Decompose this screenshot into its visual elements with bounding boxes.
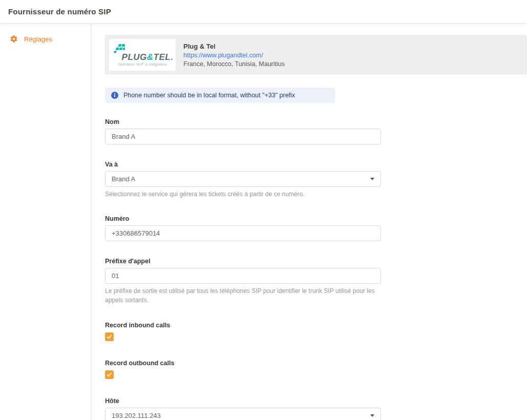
record-outbound-checkbox[interactable] (105, 370, 114, 379)
field-group-nom: Nom (105, 118, 381, 144)
provider-name: Plug & Tel (183, 43, 285, 50)
sidebar-item-reglages[interactable]: Réglages (0, 35, 91, 43)
record-outbound-label: Record outbound calls (105, 360, 381, 367)
va-a-label: Va à (105, 161, 381, 168)
checkmark-icon (107, 372, 112, 377)
field-group-record-outbound: Record outbound calls (105, 360, 381, 379)
field-group-hote: Hôte 193.202.111.243 (105, 397, 381, 420)
logo-wordmark: PLUG&TEL. (122, 53, 174, 61)
layout: Réglages PLUG&TEL. (0, 24, 527, 420)
record-inbound-checkbox[interactable] (105, 332, 114, 341)
logo-tagline: Opérateur VoIP & Intégrateur (118, 62, 167, 66)
va-a-selected-value: Brand A (112, 175, 135, 183)
field-group-numero: Numéro (105, 215, 381, 241)
provider-url-link[interactable]: https://www.plugandtel.com/ (183, 52, 285, 59)
gear-icon (10, 35, 18, 43)
provider-card: PLUG&TEL. Opérateur VoIP & Intégrateur P… (105, 35, 527, 75)
nom-label: Nom (105, 118, 381, 125)
hote-label: Hôte (105, 397, 381, 405)
plugandtel-logo: PLUG&TEL. Opérateur VoIP & Intégrateur (109, 39, 176, 71)
settings-sidebar: Réglages (0, 24, 91, 420)
info-banner: Phone number should be in local format, … (105, 88, 335, 103)
chevron-down-icon (370, 178, 374, 180)
numero-input[interactable] (105, 225, 381, 241)
va-a-help-text: Sélectionnez le service qui gérera les t… (105, 190, 381, 199)
info-icon (111, 92, 118, 99)
record-inbound-label: Record inbound calls (105, 322, 381, 329)
provider-countries: France, Morocco, Tunisia, Mauritius (183, 60, 285, 68)
page-header: Fournisseur de numéro SIP (0, 0, 527, 24)
field-group-va-a: Va à Brand A Sélectionnez le service qui… (105, 161, 381, 199)
checkmark-icon (107, 334, 112, 340)
numero-label: Numéro (105, 215, 381, 222)
chevron-down-icon (370, 414, 374, 417)
nom-input[interactable] (105, 129, 381, 144)
hote-select[interactable]: 193.202.111.243 (105, 408, 381, 420)
prefixe-label: Préfixe d'appel (105, 258, 381, 265)
sidebar-item-label: Réglages (24, 35, 52, 43)
page-title: Fournisseur de numéro SIP (8, 7, 111, 16)
settings-content: PLUG&TEL. Opérateur VoIP & Intégrateur P… (91, 24, 527, 420)
info-banner-text: Phone number should be in local format, … (123, 92, 295, 99)
hote-selected-value: 193.202.111.243 (112, 412, 161, 419)
prefixe-input[interactable] (105, 268, 381, 284)
field-group-record-inbound: Record inbound calls (105, 322, 381, 341)
field-group-prefixe: Préfixe d'appel Le préfixe de sortie est… (105, 258, 381, 305)
prefixe-help-text: Le préfixe de sortie est utilisé par tou… (105, 287, 381, 305)
va-a-select[interactable]: Brand A (105, 171, 381, 187)
